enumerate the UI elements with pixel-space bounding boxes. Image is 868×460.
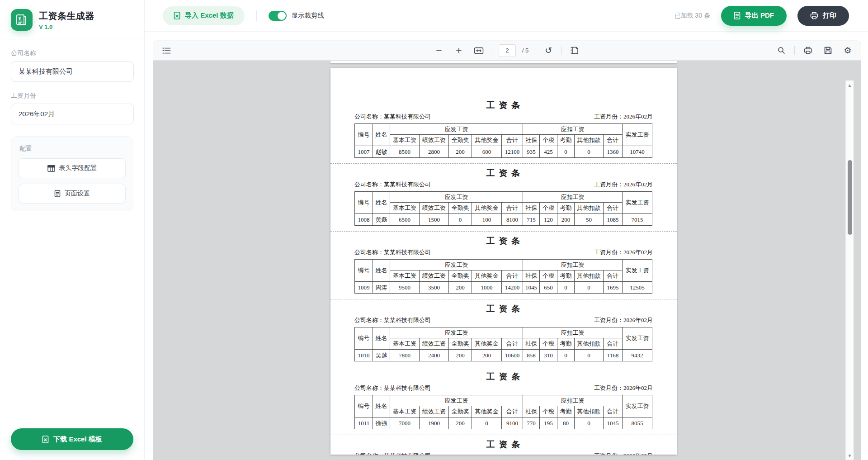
group-header-earnings: 应发工资 [390,327,523,338]
cell-value: 12505 [623,282,652,294]
rotate-icon[interactable]: ↺ [542,44,555,57]
table-grid-icon [47,165,55,172]
cell-value: 0 [575,282,604,294]
deductions-col-header: 考勤 [557,270,575,282]
cell-value: 120 [540,214,557,226]
earnings-col-header: 其他奖金 [472,270,502,282]
payslip: 工 资 条公司名称：某某科技有限公司工资月份：2026年02月编号姓名应发工资应… [330,167,677,235]
earnings-col-header: 全勤奖 [449,270,472,282]
search-icon[interactable] [774,44,788,57]
topbar-right-group: 已加载 30 条 导出 PDF 打印 [674,6,849,26]
export-pdf-button[interactable]: 导出 PDF [721,6,787,26]
print-button[interactable]: 打印 [797,6,849,26]
salary-month-input[interactable] [11,104,134,124]
deductions-col-header: 其他扣款 [575,135,604,146]
scroll-up-arrow-icon[interactable]: ▲ [846,81,854,89]
page-number-input[interactable] [499,44,516,57]
pdf-page-2: 工 资 条公司名称：某某科技有限公司工资月份：2026年02月编号姓名应发工资应… [330,68,677,455]
show-cut-lines-toggle[interactable] [269,11,287,21]
earnings-col-header: 基本工资 [390,135,420,146]
payslip-header-row-groups: 编号姓名应发工资应扣工资实发工资 [355,192,652,203]
config-section-title: 配置 [19,145,125,153]
header-fields-config-button[interactable]: 表头字段配置 [19,158,126,178]
scrollbar-thumb[interactable] [848,160,852,235]
cell-value: 200 [449,146,472,158]
cell-value: 650 [540,282,557,294]
group-header-earnings: 应发工资 [390,124,523,135]
payslip-company-line: 公司名称：某某科技有限公司 [354,180,431,189]
preview-scrollbar[interactable]: ▲ ▼ [845,81,854,460]
settings-gear-icon[interactable]: ⚙ [841,44,854,57]
payslip-month-line: 工资月份：2026年02月 [594,451,653,455]
thumbnail-list-icon[interactable] [160,44,173,57]
page-total-label: / 5 [522,47,528,54]
group-header-deductions: 应扣工资 [523,124,623,135]
col-header-name: 姓名 [373,327,390,350]
cell-value: 1045 [523,282,540,294]
cell-employee-name: 吴越 [373,350,390,361]
payslip-data-row: 1009周涛9500350020010001420010456500016951… [355,282,652,294]
save-icon[interactable] [821,44,835,57]
deductions-col-header: 考勤 [557,338,575,350]
import-excel-button[interactable]: 导入 Excel 数据 [163,6,245,25]
earnings-col-header: 其他奖金 [472,135,502,146]
col-header-id: 编号 [355,395,373,417]
deductions-col-header: 社保 [523,203,540,214]
export-pdf-label: 导出 PDF [745,11,774,20]
earnings-col-header: 合计 [502,203,523,214]
cell-value: 9100 [502,417,523,429]
cell-value: 7800 [390,350,420,361]
earnings-col-header: 绩效工资 [420,135,449,146]
payslip-title: 工 资 条 [330,235,677,247]
cell-value: 200 [449,282,472,294]
payslip-data-row: 1011徐强700019002000910077019580010458055 [355,417,652,429]
deductions-col-header: 考勤 [557,406,575,417]
col-header-id: 编号 [355,327,373,350]
cell-value: 858 [523,350,540,361]
company-name-input[interactable] [11,61,134,82]
cell-value: 0 [575,146,604,158]
payslip-table: 编号姓名应发工资应扣工资实发工资基本工资绩效工资全勤奖其他奖金合计社保个税考勤其… [354,191,652,226]
download-excel-template-label: 下载 Excel 模板 [53,435,102,444]
deductions-col-header: 考勤 [557,135,575,146]
download-excel-template-button[interactable]: 下载 Excel 模板 [11,428,133,450]
gear-glyph: ⚙ [844,46,851,55]
payslip-header-row-groups: 编号姓名应发工资应扣工资实发工资 [355,395,652,406]
viewer-print-icon[interactable] [801,44,815,57]
scroll-down-arrow-icon[interactable]: ▼ [846,452,854,459]
cell-employee-id: 1007 [355,146,373,158]
cell-value: 0 [557,282,575,294]
page-view-mode-icon[interactable] [568,44,582,57]
cut-line [330,231,677,232]
cell-value: 195 [540,417,557,429]
cell-value: 7000 [390,417,420,429]
page-settings-button[interactable]: 页面设置 [19,184,126,204]
toggle-knob [278,12,286,20]
document-preview-area[interactable]: 工 资 条公司名称：某某科技有限公司工资月份：2026年02月编号姓名应发工资应… [153,61,861,460]
toolbar-divider [492,46,492,55]
group-header-deductions: 应扣工资 [523,327,623,338]
group-header-deductions: 应扣工资 [523,395,623,406]
page-settings-label: 页面设置 [65,190,90,198]
cell-value: 770 [523,417,540,429]
earnings-col-header: 基本工资 [390,406,420,417]
config-card: 配置 表头字段配置 页面设置 [11,136,133,211]
zoom-in-icon[interactable] [452,44,466,57]
earnings-col-header: 合计 [502,270,523,282]
zoom-out-icon[interactable] [432,44,446,57]
col-header-id: 编号 [355,260,373,282]
cell-value: 1045 [604,417,623,429]
salary-month-label: 工资月份 [11,92,133,100]
payslip-partial: 工 资 条公司名称：某某科技有限公司工资月份：2026年02月 [330,439,677,455]
deductions-col-header: 个税 [540,270,557,282]
earnings-col-header: 其他奖金 [472,406,502,417]
deductions-col-header: 社保 [523,406,540,417]
cell-value: 0 [472,417,502,429]
previous-page-bottom-edge [330,61,677,63]
print-label: 打印 [823,11,836,20]
cell-value: 1695 [604,282,623,294]
payslip-header-row-groups: 编号姓名应发工资应扣工资实发工资 [355,260,652,270]
import-excel-label: 导入 Excel 数据 [185,11,234,20]
fit-width-icon[interactable] [472,44,486,57]
payslip-meta: 公司名称：某某科技有限公司工资月份：2026年02月 [330,112,677,121]
